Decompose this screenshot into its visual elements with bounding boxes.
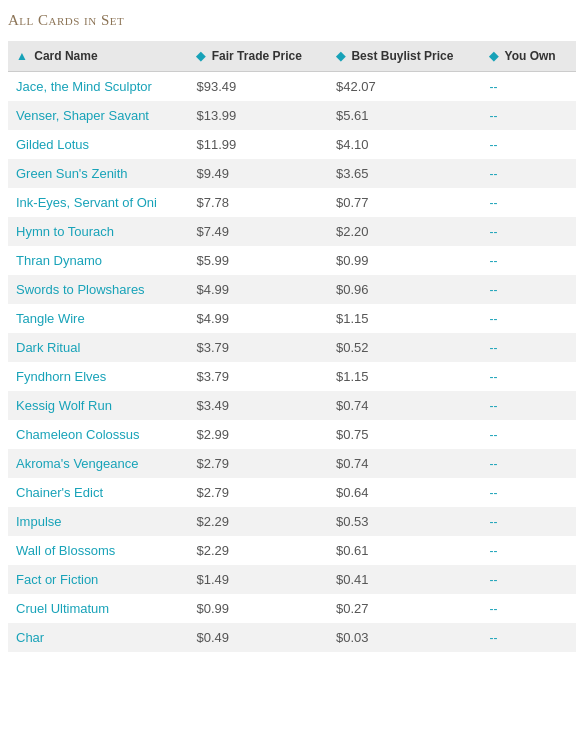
you-own-cell[interactable]: -- [481, 565, 576, 594]
card-name-cell: Akroma's Vengeance [8, 449, 188, 478]
you-own-value: -- [489, 254, 497, 268]
you-own-cell[interactable]: -- [481, 536, 576, 565]
you-own-cell[interactable]: -- [481, 246, 576, 275]
you-own-cell[interactable]: -- [481, 275, 576, 304]
col-fair-trade-price[interactable]: ◆ Fair Trade Price [188, 41, 328, 72]
card-name-link[interactable]: Kessig Wolf Run [16, 398, 112, 413]
card-name-cell: Fyndhorn Elves [8, 362, 188, 391]
fair-trade-price-cell: $5.99 [188, 246, 328, 275]
card-name-link[interactable]: Venser, Shaper Savant [16, 108, 149, 123]
you-own-value: -- [489, 602, 497, 616]
card-name-cell: Tangle Wire [8, 304, 188, 333]
fair-trade-price-cell: $3.79 [188, 333, 328, 362]
card-name-link[interactable]: Hymn to Tourach [16, 224, 114, 239]
you-own-cell[interactable]: -- [481, 159, 576, 188]
cards-table: ▲ Card Name ◆ Fair Trade Price ◆ Best Bu… [8, 41, 576, 652]
you-own-value: -- [489, 283, 497, 297]
table-row: Char$0.49$0.03-- [8, 623, 576, 652]
you-own-value: -- [489, 312, 497, 326]
you-own-cell[interactable]: -- [481, 449, 576, 478]
fair-trade-price-cell: $2.79 [188, 449, 328, 478]
card-name-link[interactable]: Swords to Plowshares [16, 282, 145, 297]
best-buylist-price-cell: $5.61 [328, 101, 481, 130]
card-name-link[interactable]: Chainer's Edict [16, 485, 103, 500]
fair-trade-price-cell: $2.79 [188, 478, 328, 507]
card-name-link[interactable]: Fyndhorn Elves [16, 369, 106, 384]
card-name-link[interactable]: Tangle Wire [16, 311, 85, 326]
you-own-cell[interactable]: -- [481, 391, 576, 420]
table-row: Chainer's Edict$2.79$0.64-- [8, 478, 576, 507]
card-name-link[interactable]: Wall of Blossoms [16, 543, 115, 558]
best-buylist-price-cell: $0.03 [328, 623, 481, 652]
best-buylist-price-cell: $2.20 [328, 217, 481, 246]
you-own-cell[interactable]: -- [481, 217, 576, 246]
you-own-cell[interactable]: -- [481, 72, 576, 102]
table-row: Green Sun's Zenith$9.49$3.65-- [8, 159, 576, 188]
fair-trade-price-cell: $4.99 [188, 275, 328, 304]
card-name-link[interactable]: Jace, the Mind Sculptor [16, 79, 152, 94]
card-name-cell: Swords to Plowshares [8, 275, 188, 304]
you-own-value: -- [489, 109, 497, 123]
card-name-cell: Jace, the Mind Sculptor [8, 72, 188, 102]
col-card-name-label: Card Name [34, 49, 97, 63]
you-own-value: -- [489, 80, 497, 94]
table-row: Hymn to Tourach$7.49$2.20-- [8, 217, 576, 246]
you-own-value: -- [489, 486, 497, 500]
card-name-link[interactable]: Cruel Ultimatum [16, 601, 109, 616]
you-own-cell[interactable]: -- [481, 594, 576, 623]
you-own-cell[interactable]: -- [481, 101, 576, 130]
best-buylist-price-cell: $0.75 [328, 420, 481, 449]
card-name-link[interactable]: Dark Ritual [16, 340, 80, 355]
fair-trade-price-cell: $7.78 [188, 188, 328, 217]
card-name-link[interactable]: Green Sun's Zenith [16, 166, 128, 181]
you-own-cell[interactable]: -- [481, 623, 576, 652]
you-own-cell[interactable]: -- [481, 507, 576, 536]
sort-icon-you-own: ◆ [489, 49, 498, 63]
table-row: Thran Dynamo$5.99$0.99-- [8, 246, 576, 275]
card-name-link[interactable]: Chameleon Colossus [16, 427, 140, 442]
table-row: Chameleon Colossus$2.99$0.75-- [8, 420, 576, 449]
col-fair-trade-label: Fair Trade Price [212, 49, 302, 63]
fair-trade-price-cell: $3.49 [188, 391, 328, 420]
you-own-cell[interactable]: -- [481, 130, 576, 159]
best-buylist-price-cell: $0.53 [328, 507, 481, 536]
card-name-link[interactable]: Char [16, 630, 44, 645]
col-you-own[interactable]: ◆ You Own [481, 41, 576, 72]
card-name-cell: Gilded Lotus [8, 130, 188, 159]
you-own-value: -- [489, 225, 497, 239]
table-row: Akroma's Vengeance$2.79$0.74-- [8, 449, 576, 478]
card-name-link[interactable]: Fact or Fiction [16, 572, 98, 587]
table-row: Wall of Blossoms$2.29$0.61-- [8, 536, 576, 565]
best-buylist-price-cell: $0.61 [328, 536, 481, 565]
table-row: Impulse$2.29$0.53-- [8, 507, 576, 536]
fair-trade-price-cell: $3.79 [188, 362, 328, 391]
table-row: Tangle Wire$4.99$1.15-- [8, 304, 576, 333]
you-own-value: -- [489, 196, 497, 210]
card-name-cell: Chameleon Colossus [8, 420, 188, 449]
you-own-cell[interactable]: -- [481, 362, 576, 391]
col-card-name[interactable]: ▲ Card Name [8, 41, 188, 72]
fair-trade-price-cell: $0.99 [188, 594, 328, 623]
col-best-buylist-price[interactable]: ◆ Best Buylist Price [328, 41, 481, 72]
you-own-cell[interactable]: -- [481, 478, 576, 507]
table-row: Fact or Fiction$1.49$0.41-- [8, 565, 576, 594]
best-buylist-price-cell: $0.77 [328, 188, 481, 217]
sort-icon-buylist: ◆ [336, 49, 345, 63]
card-name-link[interactable]: Akroma's Vengeance [16, 456, 138, 471]
you-own-value: -- [489, 428, 497, 442]
card-name-link[interactable]: Thran Dynamo [16, 253, 102, 268]
sort-arrow-card-name: ▲ [16, 49, 28, 63]
best-buylist-price-cell: $1.15 [328, 304, 481, 333]
you-own-cell[interactable]: -- [481, 420, 576, 449]
best-buylist-price-cell: $0.99 [328, 246, 481, 275]
you-own-cell[interactable]: -- [481, 304, 576, 333]
you-own-cell[interactable]: -- [481, 333, 576, 362]
you-own-cell[interactable]: -- [481, 188, 576, 217]
table-row: Jace, the Mind Sculptor$93.49$42.07-- [8, 72, 576, 102]
card-name-link[interactable]: Ink-Eyes, Servant of Oni [16, 195, 157, 210]
table-row: Venser, Shaper Savant$13.99$5.61-- [8, 101, 576, 130]
table-header: ▲ Card Name ◆ Fair Trade Price ◆ Best Bu… [8, 41, 576, 72]
card-name-link[interactable]: Impulse [16, 514, 62, 529]
table-row: Ink-Eyes, Servant of Oni$7.78$0.77-- [8, 188, 576, 217]
card-name-link[interactable]: Gilded Lotus [16, 137, 89, 152]
